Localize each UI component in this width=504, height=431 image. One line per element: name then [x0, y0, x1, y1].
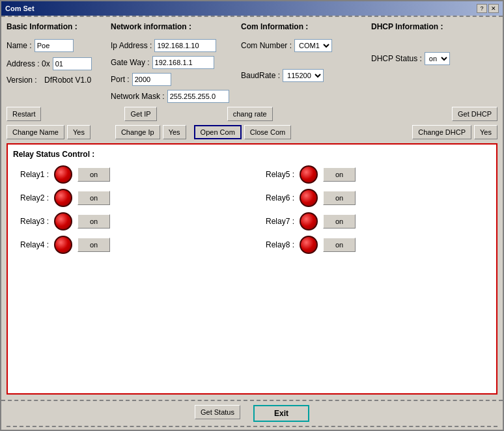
relay5-label: Relay5 :: [259, 170, 294, 179]
baud-rate-label: BaudRate :: [241, 71, 280, 80]
title-controls: ? ✕: [477, 4, 499, 13]
gateway-input[interactable]: [152, 56, 214, 69]
version-row: Version : DfRobot V1.0: [7, 76, 111, 85]
gateway-row: Gate Way :: [111, 56, 241, 69]
relay8-indicator: [300, 236, 318, 254]
com-number-row: Com Number : COM1 COM2 COM3 COM4: [241, 39, 371, 52]
relay4-button[interactable]: on: [77, 238, 110, 252]
relay-row-7: Relay7 : on: [259, 212, 491, 230]
relay-row-6: Relay6 : on: [259, 189, 491, 207]
network-info-header: Network information :: [111, 22, 241, 31]
port-label: Port :: [111, 75, 130, 84]
relay7-label: Relay7 :: [259, 217, 294, 226]
close-button[interactable]: ✕: [488, 4, 499, 13]
relay4-label: Relay4 :: [13, 240, 49, 249]
relay1-indicator: [54, 165, 72, 184]
change-ip-button[interactable]: Change Ip: [115, 125, 160, 139]
relay-section: Relay Status Control : Relay1 : on Relay…: [7, 143, 497, 395]
change-dhcp-button[interactable]: Change DHCP: [412, 125, 471, 139]
open-com-button[interactable]: Open Com: [194, 125, 242, 139]
relay6-label: Relay6 :: [259, 193, 294, 202]
com-info-header: Com Information :: [241, 22, 371, 31]
window-title: Com Set: [5, 5, 35, 12]
relay8-label: Relay8 :: [259, 240, 294, 249]
mask-input[interactable]: [167, 90, 229, 103]
change-name-yes-button[interactable]: Yes: [67, 125, 91, 139]
relay1-button[interactable]: on: [77, 167, 110, 182]
relay6-indicator: [300, 189, 318, 207]
address-row: Address : 0x: [7, 57, 111, 70]
version-label: Version :: [7, 76, 37, 85]
port-input[interactable]: [132, 73, 171, 86]
chang-rate-button[interactable]: chang rate: [227, 107, 273, 121]
gateway-label: Gate Way :: [111, 58, 150, 67]
col-dhcp: DHCP Status : on off: [371, 39, 497, 103]
action-row-2: Change Name Yes Change Ip Yes Open Com C…: [7, 125, 497, 139]
ip-input[interactable]: [154, 39, 216, 52]
relay1-label: Relay1 :: [13, 170, 49, 179]
col-basic: Name : Address : 0x Version : DfRobot V1…: [7, 39, 111, 103]
relay7-indicator: [300, 212, 318, 230]
relay6-button[interactable]: on: [323, 191, 356, 205]
relay3-label: Relay3 :: [13, 217, 49, 226]
get-ip-button[interactable]: Get IP: [124, 107, 156, 121]
restart-button[interactable]: Restart: [7, 107, 41, 121]
change-dhcp-yes-button[interactable]: Yes: [474, 125, 497, 139]
com-number-select[interactable]: COM1 COM2 COM3 COM4: [294, 39, 332, 52]
address-label: Address : 0x: [7, 59, 50, 68]
change-name-button[interactable]: Change Name: [7, 125, 64, 139]
close-com-button[interactable]: Close Com: [244, 125, 291, 139]
relay7-button[interactable]: on: [323, 214, 356, 229]
get-status-button[interactable]: Get Status: [195, 405, 240, 419]
relay2-indicator: [54, 189, 72, 207]
mask-label: Network Mask :: [111, 92, 165, 101]
name-row: Name :: [7, 39, 111, 52]
dhcp-status-select[interactable]: on off: [425, 52, 450, 65]
port-row: Port :: [111, 73, 241, 86]
name-input[interactable]: [35, 39, 74, 52]
change-ip-yes-button[interactable]: Yes: [163, 125, 186, 139]
footer-buttons: Get Status Exit: [1, 401, 503, 426]
ip-label: Ip Address :: [111, 41, 152, 50]
mask-row: Network Mask :: [111, 90, 241, 103]
relay4-indicator: [54, 236, 72, 254]
address-input[interactable]: [53, 57, 92, 70]
dhcp-info-header: DHCP Information :: [371, 22, 497, 31]
title-bar: Com Set ? ✕: [1, 1, 503, 16]
relay3-button[interactable]: on: [77, 214, 110, 229]
basic-info-header: Basic Information :: [7, 22, 111, 31]
name-label: Name :: [7, 41, 32, 50]
version-value: DfRobot V1.0: [44, 76, 91, 85]
com-number-label: Com Number :: [241, 41, 292, 50]
relay-row-8: Relay8 : on: [259, 236, 491, 254]
main-form: Name : Address : 0x Version : DfRobot V1…: [7, 39, 497, 103]
relay3-indicator: [54, 212, 72, 230]
relay-section-title: Relay Status Control :: [13, 150, 491, 159]
dhcp-status-row: DHCP Status : on off: [371, 52, 497, 65]
main-window: Com Set ? ✕ Basic Information : Network …: [0, 0, 504, 431]
relay-grid: Relay1 : on Relay5 : on Relay2 : on: [13, 165, 491, 254]
relay8-button[interactable]: on: [323, 238, 356, 252]
action-row-1: Restart Get IP chang rate Get DHCP: [7, 107, 497, 121]
exit-button[interactable]: Exit: [253, 405, 309, 422]
relay5-button[interactable]: on: [323, 167, 356, 182]
help-button[interactable]: ?: [477, 4, 487, 13]
relay2-label: Relay2 :: [13, 193, 49, 202]
relay-row-1: Relay1 : on: [13, 165, 245, 184]
baud-rate-select[interactable]: 9600 19200 38400 57600 115200: [283, 69, 324, 82]
dhcp-status-label: DHCP Status :: [371, 54, 422, 63]
relay-row-5: Relay5 : on: [259, 165, 491, 184]
col-network: Ip Address : Gate Way : Port : Network M…: [111, 39, 241, 103]
relay-row-4: Relay4 : on: [13, 236, 245, 254]
relay-row-2: Relay2 : on: [13, 189, 245, 207]
relay2-button[interactable]: on: [77, 191, 110, 205]
col-com: Com Number : COM1 COM2 COM3 COM4 BaudRat…: [241, 39, 371, 103]
relay-row-3: Relay3 : on: [13, 212, 245, 230]
section-headers: Basic Information : Network information …: [7, 22, 497, 31]
get-dhcp-button[interactable]: Get DHCP: [452, 107, 497, 121]
main-content: Basic Information : Network information …: [1, 16, 503, 401]
ip-row: Ip Address :: [111, 39, 241, 52]
baud-rate-row: BaudRate : 9600 19200 38400 57600 115200: [241, 69, 371, 82]
relay5-indicator: [300, 165, 318, 184]
